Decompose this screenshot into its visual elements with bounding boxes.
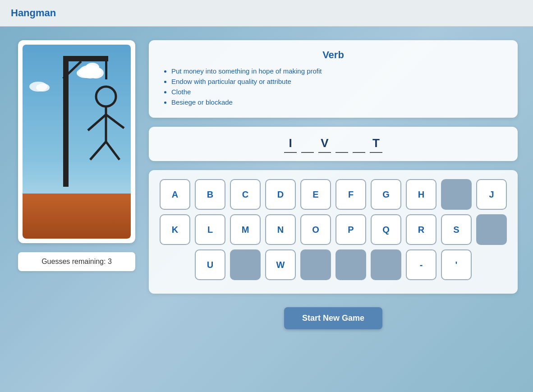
key-R[interactable]: R (406, 214, 437, 245)
clue-item-2: Endow with particular quality or attribu… (171, 78, 504, 85)
svg-line-7 (90, 142, 106, 160)
key-V (230, 249, 261, 280)
key-J[interactable]: J (476, 179, 507, 210)
key-N[interactable]: N (265, 214, 296, 245)
key-O[interactable]: O (300, 214, 331, 245)
svg-point-3 (96, 87, 116, 106)
app-header: Hangman (0, 0, 533, 27)
letter-line-0 (284, 152, 297, 153)
keyboard-container: A B C D E F G H J K L M N O P Q R S (149, 170, 518, 294)
key-K[interactable]: K (160, 214, 190, 245)
start-new-game-button[interactable]: Start New Game (284, 307, 382, 329)
svg-line-5 (88, 115, 106, 130)
key-apostrophe[interactable]: ' (441, 249, 472, 280)
keyboard-row-3: U W - ' (160, 249, 507, 280)
keyboard-row-2: K L M N O P Q R S (160, 214, 507, 245)
clue-item-1: Put money into something in hope of maki… (171, 67, 504, 75)
key-H[interactable]: H (406, 179, 437, 210)
letter-char-3 (340, 135, 343, 151)
key-T (476, 214, 507, 245)
key-W[interactable]: W (265, 249, 296, 280)
key-M[interactable]: M (230, 214, 261, 245)
key-Z (371, 249, 401, 280)
letter-char-0: I (289, 135, 292, 151)
key-B[interactable]: B (195, 179, 225, 210)
clue-card: Verb Put money into something in hope of… (149, 40, 518, 118)
letter-line-5 (370, 152, 382, 153)
right-panel: Verb Put money into something in hope of… (149, 40, 518, 329)
letter-char-4 (357, 135, 360, 151)
key-X (300, 249, 331, 280)
keyboard-row-1: A B C D E F G H J (160, 179, 507, 210)
word-display: I V T (149, 127, 518, 161)
key-C[interactable]: C (230, 179, 261, 210)
clue-list: Put money into something in hope of maki… (162, 67, 504, 106)
letter-slot-3 (335, 135, 349, 153)
key-A[interactable]: A (160, 179, 190, 210)
letter-slot-2: V (318, 135, 331, 153)
main-content: Guesses remaining: 3 Verb Put money into… (0, 27, 533, 343)
letter-slot-0: I (284, 135, 297, 153)
letter-slot-4 (352, 135, 366, 153)
key-U[interactable]: U (195, 249, 225, 280)
letter-slot-1 (301, 135, 314, 153)
left-panel: Guesses remaining: 3 (18, 40, 135, 329)
key-dash[interactable]: - (406, 249, 437, 280)
key-Q[interactable]: Q (371, 214, 401, 245)
key-Y (335, 249, 366, 280)
hangman-image-container (18, 40, 135, 243)
svg-line-6 (106, 115, 124, 128)
letter-line-1 (301, 152, 314, 153)
key-E[interactable]: E (300, 179, 331, 210)
gallows (36, 51, 126, 196)
app-title: Hangman (11, 7, 56, 18)
letter-line-3 (335, 152, 348, 153)
letter-line-2 (318, 152, 331, 153)
key-P[interactable]: P (335, 214, 366, 245)
clue-item-4: Besiege or blockade (171, 98, 504, 106)
svg-rect-1 (63, 56, 108, 61)
letter-char-5: T (372, 135, 380, 151)
clue-title: Verb (162, 49, 504, 61)
letter-char-1 (306, 135, 309, 151)
key-F[interactable]: F (335, 179, 366, 210)
guesses-remaining-label: Guesses remaining: 3 (41, 258, 112, 265)
letter-char-2: V (321, 135, 328, 151)
key-S[interactable]: S (441, 214, 472, 245)
key-D[interactable]: D (265, 179, 296, 210)
ground (23, 194, 131, 239)
key-G[interactable]: G (371, 179, 401, 210)
clue-item-3: Clothe (171, 88, 504, 96)
letter-line-4 (353, 152, 365, 153)
guesses-remaining: Guesses remaining: 3 (18, 252, 135, 271)
svg-line-8 (106, 142, 119, 160)
key-I (441, 179, 472, 210)
letter-slot-5: T (369, 135, 383, 153)
svg-rect-2 (105, 61, 107, 79)
key-L[interactable]: L (195, 214, 225, 245)
hangman-scene (23, 45, 131, 239)
